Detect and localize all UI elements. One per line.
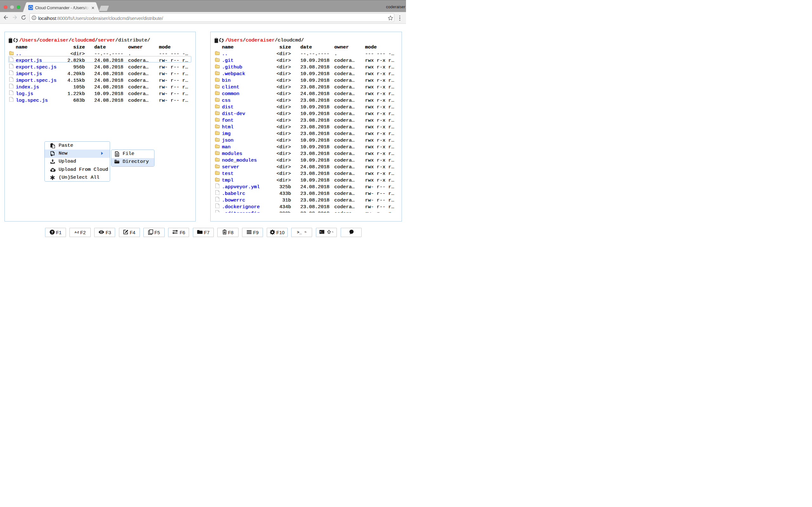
svg-text:~: ~ — [332, 230, 334, 234]
svg-text:?: ? — [51, 230, 53, 234]
svg-text:>_: >_ — [320, 230, 323, 233]
svg-text:>_ ~: >_ ~ — [297, 230, 306, 234]
svg-text:A-Z: A-Z — [74, 231, 79, 234]
